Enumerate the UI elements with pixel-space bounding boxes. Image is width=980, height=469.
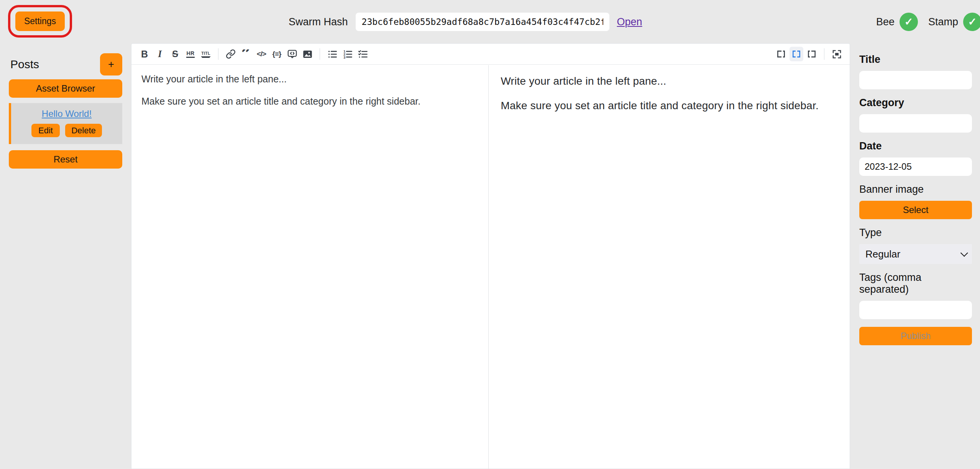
ordered-list-icon[interactable]: 1 2 3 (341, 47, 355, 61)
edit-post-button[interactable]: Edit (31, 124, 60, 137)
date-label: Date (859, 140, 972, 152)
tags-label: Tags (comma separated) (859, 272, 972, 295)
posts-sidebar: Posts + Asset Browser Hello World! Edit … (9, 53, 122, 169)
article-meta-panel: Title Category Date Banner image Select … (859, 54, 972, 345)
task-list-icon[interactable] (356, 47, 370, 61)
category-label: Category (859, 97, 972, 109)
status-indicators: Bee ✓ Stamp ✓ (876, 13, 980, 31)
stamp-check-icon: ✓ (963, 13, 980, 31)
post-title-link[interactable]: Hello World! (42, 108, 92, 119)
banner-select-button[interactable]: Select (859, 201, 972, 219)
inline-code-icon[interactable]: </> (254, 47, 268, 61)
split-view-icon[interactable] (790, 47, 803, 61)
bee-check-icon: ✓ (900, 13, 918, 31)
code-block-icon[interactable]: {≡} (270, 47, 284, 61)
comment-code-icon[interactable] (285, 47, 299, 61)
date-input[interactable] (859, 157, 972, 176)
type-select[interactable]: Regular (859, 244, 972, 264)
svg-text:3: 3 (343, 55, 345, 59)
horizontal-rule-icon[interactable]: HR (186, 50, 194, 58)
type-selected-value: Regular (865, 248, 900, 260)
type-label: Type (859, 227, 972, 239)
markdown-editor: B I S HR TITL ” </> {≡} (131, 43, 850, 469)
banner-image-label: Banner image (859, 184, 972, 195)
preview-text-line: Make sure you set an article title and c… (501, 100, 838, 112)
publish-button[interactable]: Publish (859, 327, 972, 345)
editor-only-view-icon[interactable] (774, 47, 788, 61)
settings-button[interactable]: Settings (15, 11, 65, 31)
editor-toolbar: B I S HR TITL ” </> {≡} (131, 44, 850, 65)
title-heading-icon[interactable]: TITL (201, 51, 210, 57)
stamp-status-label: Stamp (928, 16, 958, 28)
markdown-source-pane[interactable]: Write your article in the left pane... M… (131, 65, 489, 469)
swarm-hash-input[interactable] (356, 13, 609, 31)
tags-input[interactable] (859, 301, 972, 319)
toolbar-separator (320, 48, 320, 60)
blockquote-icon[interactable]: ” (239, 49, 253, 59)
preview-text-line: Write your article in the left pane... (501, 75, 838, 87)
title-input[interactable] (859, 71, 972, 89)
delete-post-button[interactable]: Delete (65, 124, 102, 137)
swarm-hash-bar: Swarm Hash Open (289, 13, 642, 31)
posts-heading: Posts (9, 58, 39, 71)
title-label: Title (859, 54, 972, 66)
editor-text-line: Write your article in the left pane... (141, 74, 478, 85)
chevron-down-icon (960, 249, 968, 257)
strikethrough-icon[interactable]: S (168, 47, 182, 61)
link-icon[interactable] (224, 47, 238, 61)
italic-icon[interactable]: I (153, 47, 167, 61)
markdown-preview-pane: Write your article in the left pane... M… (489, 65, 850, 469)
image-icon[interactable] (300, 47, 314, 61)
toolbar-separator (218, 48, 218, 60)
post-list-item: Hello World! Edit Delete (9, 103, 122, 144)
swarm-hash-label: Swarm Hash (289, 16, 348, 28)
category-input[interactable] (859, 114, 972, 133)
toolbar-separator (824, 48, 824, 60)
preview-only-view-icon[interactable] (805, 47, 819, 61)
asset-browser-button[interactable]: Asset Browser (9, 79, 122, 98)
fullscreen-icon[interactable] (830, 47, 844, 61)
reset-button[interactable]: Reset (9, 150, 122, 169)
bee-status-label: Bee (876, 16, 895, 28)
add-post-button[interactable]: + (100, 53, 122, 75)
bold-icon[interactable]: B (138, 47, 151, 61)
bullet-list-icon[interactable] (325, 47, 339, 61)
editor-text-line: Make sure you set an article title and c… (141, 96, 478, 107)
open-link[interactable]: Open (617, 16, 642, 28)
